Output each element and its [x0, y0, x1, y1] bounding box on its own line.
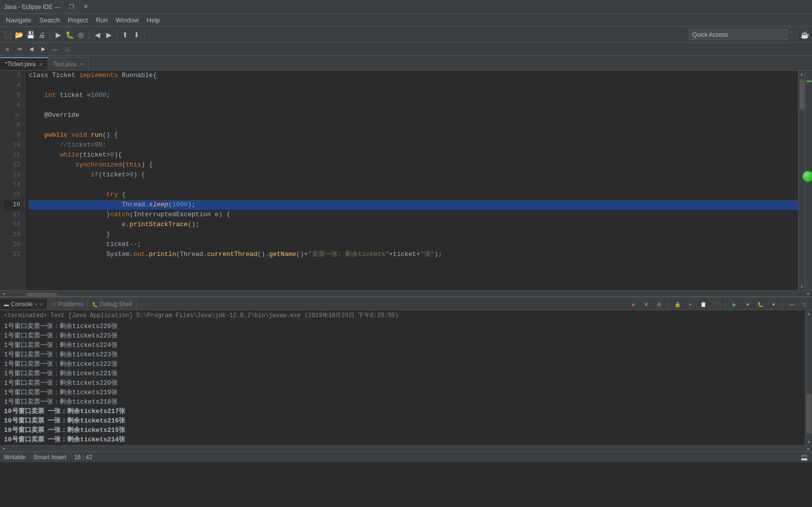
console-area: ▬ Console ▾ ✕ ⚠ Problems 🐛 Debug Shell ■… — [0, 296, 812, 451]
console-tab-menu[interactable]: ▾ — [35, 302, 37, 307]
editor-min-button[interactable]: — — [50, 44, 61, 55]
console-open-console[interactable]: 📋 — [698, 299, 709, 310]
console-h-scroll-right[interactable]: ▶ — [805, 446, 812, 452]
status-insert-mode: Smart Insert — [34, 454, 66, 461]
new-button[interactable]: ⬛ — [2, 29, 13, 40]
tab-text-java-close[interactable]: ✕ — [79, 61, 83, 67]
overview-ruler — [805, 71, 812, 290]
console-run[interactable]: ▶ — [729, 299, 740, 310]
debug-button[interactable]: 🐛 — [64, 29, 75, 40]
console-tab-problems[interactable]: ⚠ Problems — [48, 299, 88, 310]
tab-text-java-label: Text.java — [53, 61, 76, 68]
java-perspective[interactable]: ☕ — [799, 29, 810, 40]
console-line-4: 1号窗口卖票一张：剩余tickets223张 — [4, 350, 801, 359]
console-line-8: 1号窗口卖票一张：剩余tickets219张 — [4, 388, 801, 397]
console-h-scrollbar[interactable]: ◀ ▶ — [0, 445, 812, 451]
console-body: <terminated> Text [Java Application] D:\… — [0, 310, 812, 445]
console-new[interactable]: + — [685, 299, 696, 310]
console-debug[interactable]: 🐛 — [755, 299, 766, 310]
console-debug-dropdown[interactable]: ▾ — [768, 299, 779, 310]
tab-ticket-java[interactable]: *Ticket.java ✕ — [0, 57, 48, 70]
menu-project[interactable]: Project — [64, 14, 92, 27]
print-button[interactable]: 🖨 — [36, 29, 47, 40]
console-min[interactable]: — — [786, 299, 797, 310]
console-scroll-thumb[interactable] — [807, 394, 812, 433]
console-line-2: 1号窗口卖票一张：剩余tickets225张 — [4, 331, 801, 340]
coverage-button[interactable]: ◎ — [75, 29, 86, 40]
open-button[interactable]: 📂 — [13, 29, 24, 40]
scroll-thumb[interactable] — [800, 80, 805, 110]
code-line-17: } catch (InterruptedException e) { — [29, 210, 798, 220]
menu-search[interactable]: Search — [35, 14, 64, 27]
code-content[interactable]: class Ticket implements Runnable{ int ti… — [25, 71, 798, 290]
editor-toolbar-btn-1[interactable]: ≡ — [2, 44, 13, 55]
console-scroll-track[interactable] — [806, 317, 812, 438]
close-button[interactable]: ✕ — [80, 2, 90, 12]
status-bar: Writable Smart Insert 16 : 42 💻 — [0, 451, 812, 462]
editor-toolbar-btn-4[interactable]: ▶ — [38, 44, 49, 55]
toolbar-group-3: ◀ ▶ — [92, 29, 114, 40]
editor-toolbar-btn-2[interactable]: ⇔ — [14, 44, 25, 55]
menu-navigate[interactable]: Navigate — [2, 14, 35, 27]
console-scroll-up[interactable]: ▲ — [806, 310, 812, 317]
console-display[interactable]: ⬛ — [711, 299, 722, 310]
code-line-13: if (ticket> 0 ) { — [29, 170, 798, 180]
console-tab-debug-shell[interactable]: 🐛 Debug Shell — [88, 299, 137, 310]
debug-shell-tab-label: Debug Shell — [100, 301, 132, 308]
menu-window[interactable]: Window — [112, 14, 143, 27]
console-remove[interactable]: ✕ — [641, 299, 652, 310]
minimize-button[interactable]: — — [53, 2, 63, 12]
quick-access-input[interactable]: Quick Access — [689, 29, 788, 40]
code-line-4 — [29, 81, 798, 90]
h-scroll-track[interactable] — [7, 292, 805, 296]
code-line-19: } — [29, 230, 798, 240]
editor-toolbar-btn-3[interactable]: ◀ — [26, 44, 37, 55]
menu-bar: Navigate Search Project Run Window Help — [0, 14, 812, 27]
save-button[interactable]: 💾 — [25, 29, 36, 40]
editor-max-button[interactable]: □ — [62, 44, 73, 55]
console-terminate[interactable]: ■ — [628, 299, 639, 310]
console-max[interactable]: □ — [799, 299, 810, 310]
console-scroll-lock[interactable]: 🔒 — [672, 299, 683, 310]
scroll-up-button[interactable]: ▲ — [799, 71, 806, 78]
menu-help[interactable]: Help — [143, 14, 164, 27]
code-line-7: @Override — [29, 110, 798, 120]
editor-h-scrollbar[interactable]: ◀ ▶ — [0, 290, 812, 296]
maximize-button[interactable]: ❐ — [67, 2, 76, 12]
console-sep-3 — [782, 300, 783, 309]
line-num-21: 21 — [4, 250, 20, 259]
tab-ticket-java-close[interactable]: ✕ — [39, 62, 43, 67]
next-annotation[interactable]: ⬇ — [131, 29, 142, 40]
tab-text-java[interactable]: Text.java ✕ — [48, 57, 89, 70]
tab-strip: *Ticket.java ✕ Text.java ✕ — [0, 56, 812, 71]
menu-run[interactable]: Run — [92, 14, 112, 27]
perspective-button[interactable]: ⬛ — [788, 29, 799, 40]
console-h-scroll-left[interactable]: ◀ — [0, 446, 7, 452]
forward-button[interactable]: ▶ — [103, 29, 114, 40]
console-line-12: 10号窗口卖票 一张：剩余 tickets215张 — [4, 425, 801, 435]
code-line-3: class Ticket implements Runnable{ — [29, 71, 798, 81]
console-scroll-down[interactable]: ▼ — [806, 438, 812, 445]
editor-area: ≡ ⇔ ◀ ▶ — □ *Ticket.java ✕ Text.java ✕ 3… — [0, 43, 812, 296]
problems-icon: ⚠ — [52, 302, 56, 307]
h-scroll-thumb[interactable] — [27, 293, 57, 297]
code-line-16: Thread. sleep ( 1000 ); — [29, 200, 798, 210]
console-tab-console[interactable]: ▬ Console ▾ ✕ — [0, 299, 48, 310]
back-button[interactable]: ◀ — [92, 29, 103, 40]
code-line-9: public void run () { — [29, 130, 798, 140]
console-tab-close[interactable]: ✕ — [39, 302, 43, 307]
console-run-dropdown[interactable]: ▾ — [742, 299, 753, 310]
code-line-11: while (ticket> 0 ){ — [29, 150, 798, 160]
title-bar-controls: — ❐ ✕ — [53, 2, 90, 12]
h-scroll-left[interactable]: ◀ — [0, 291, 7, 297]
prev-annotation[interactable]: ⬆ — [120, 29, 131, 40]
console-h-scroll-track[interactable] — [7, 447, 805, 451]
run-button[interactable]: ▶ — [53, 29, 64, 40]
console-scrollbar[interactable]: ▲ ▼ — [805, 310, 812, 445]
code-line-12: synchronized ( this ) { — [29, 160, 798, 170]
line-num-4: 4 — [4, 81, 20, 90]
scroll-down-button[interactable]: ▼ — [799, 283, 806, 290]
console-clear[interactable]: ⊘ — [654, 299, 664, 310]
h-scroll-right[interactable]: ▶ — [805, 291, 812, 297]
console-line-10: 10号窗口卖票 一张：剩余 tickets217张 — [4, 407, 801, 416]
